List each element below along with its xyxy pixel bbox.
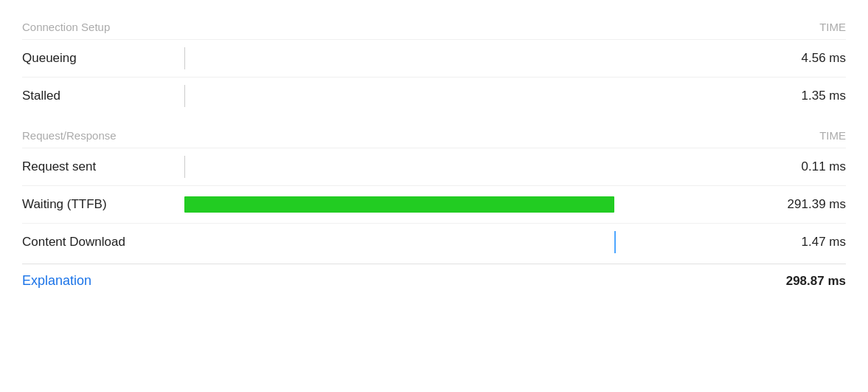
timing-panel: Connection Setup TIME Queueing 4.56 ms S… bbox=[0, 0, 868, 392]
stalled-label: Stalled bbox=[22, 89, 184, 103]
connection-setup-header: Connection Setup TIME bbox=[22, 15, 846, 39]
request-response-header: Request/Response TIME bbox=[22, 123, 846, 148]
request-sent-time: 0.11 ms bbox=[757, 159, 846, 174]
request-sent-label: Request sent bbox=[22, 159, 184, 174]
content-download-row: Content Download 1.47 ms bbox=[22, 223, 846, 261]
content-download-label: Content Download bbox=[22, 235, 184, 250]
waiting-ttfb-time: 291.39 ms bbox=[757, 197, 846, 212]
content-download-time: 1.47 ms bbox=[757, 235, 846, 250]
request-sent-tick bbox=[184, 156, 185, 178]
section-divider bbox=[22, 114, 846, 123]
queueing-time: 4.56 ms bbox=[757, 51, 846, 66]
queueing-row: Queueing 4.56 ms bbox=[22, 39, 846, 77]
request-response-time-label: TIME bbox=[819, 129, 846, 142]
waiting-ttfb-row: Waiting (TTFB) 291.39 ms bbox=[22, 185, 846, 223]
content-download-bar-area bbox=[184, 231, 757, 253]
request-sent-row: Request sent 0.11 ms bbox=[22, 148, 846, 185]
stalled-bar-area bbox=[184, 85, 757, 107]
waiting-ttfb-bar-area bbox=[184, 193, 757, 216]
stalled-time: 1.35 ms bbox=[757, 89, 846, 103]
request-response-label: Request/Response bbox=[22, 129, 117, 142]
explanation-link[interactable]: Explanation bbox=[22, 273, 757, 289]
connection-setup-label: Connection Setup bbox=[22, 21, 110, 33]
content-download-tick bbox=[614, 231, 616, 253]
total-time: 298.87 ms bbox=[757, 274, 846, 289]
queueing-bar-area bbox=[184, 47, 757, 69]
request-sent-bar-area bbox=[184, 156, 757, 178]
stalled-row: Stalled 1.35 ms bbox=[22, 77, 846, 114]
waiting-ttfb-bar bbox=[184, 196, 614, 213]
footer-row: Explanation 298.87 ms bbox=[22, 264, 846, 298]
queueing-label: Queueing bbox=[22, 51, 184, 66]
queueing-tick bbox=[184, 47, 185, 69]
waiting-ttfb-label: Waiting (TTFB) bbox=[22, 197, 184, 212]
stalled-tick bbox=[184, 85, 185, 107]
connection-setup-time-label: TIME bbox=[819, 21, 846, 33]
